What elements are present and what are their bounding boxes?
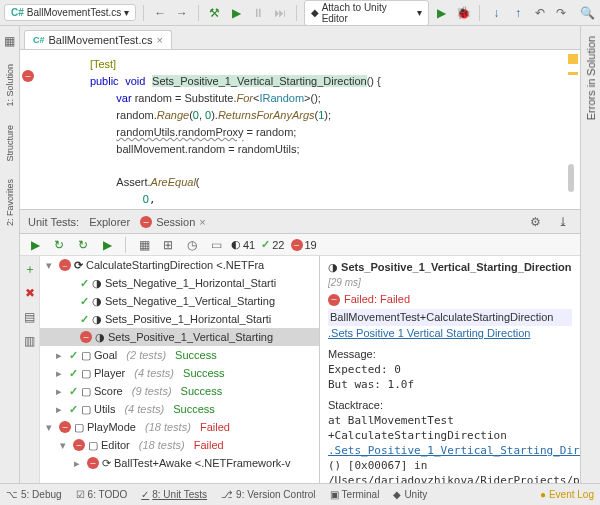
tree-node-test-selected[interactable]: –◑Sets_Positive_1_Vertical_Starting [40, 328, 319, 346]
rerun-failed-icon[interactable]: ↻ [74, 236, 92, 254]
run-config-dropdown[interactable]: ◆ Attach to Unity Editor ▾ [304, 0, 429, 26]
bottom-tool-bar: ⌥ 5: Debug ☑ 6: TODO ✓ 8: Unit Tests ⎇ 9… [0, 483, 600, 505]
right-tool-gutter: Errors in Solution [580, 26, 600, 483]
test-detail-pane: ◑ Sets_Positive_1_Vertical_Starting_Dire… [320, 256, 580, 483]
remove-icon[interactable]: ✖ [21, 284, 39, 302]
tree-node-root[interactable]: ▾– ⟳ CalculateStartingDirection <.NETFra [40, 256, 319, 274]
unit-tests-toolbar: ▶ ↻ ↻ ▶ ▦ ⊞ ◷ ▭ ◐ 41 ✓ 22 – 19 [20, 234, 580, 256]
sidebar-tab-structure[interactable]: Structure [5, 121, 15, 166]
detail-test-name: Sets_Positive_1_Vertical_Starting_Direct… [341, 261, 572, 273]
bug-icon[interactable]: 🐞 [455, 4, 473, 22]
svg-rect-1 [568, 72, 578, 75]
bottom-tab-unittests[interactable]: ✓ 8: Unit Tests [141, 489, 207, 500]
tree-node-group[interactable]: ▸✓▢ Score (9 tests) Success [40, 382, 319, 400]
tab-session[interactable]: – Session × [140, 216, 206, 228]
run-icon[interactable]: ▶ [227, 4, 245, 22]
fail-minus-icon: – [291, 239, 303, 251]
detail-duration: [29 ms] [328, 277, 361, 288]
stacktrace-line: /Users/dariadovzhikova/RiderProjects/pon… [328, 473, 572, 483]
stop-icon[interactable]: ▦ [135, 236, 153, 254]
code-content: [Test] public void Sets_Positive_1_Verti… [20, 50, 580, 210]
bottom-event-log[interactable]: ● Event Log [540, 489, 594, 500]
tree-node-test[interactable]: ✓◑Sets_Negative_1_Horizontal_Starti [40, 274, 319, 292]
vcs-commit-icon[interactable]: ↑ [509, 4, 527, 22]
collapse-icon[interactable]: ▥ [21, 332, 39, 350]
left-tool-gutter: ▦ 1: Solution Structure 2: Favorites [0, 26, 20, 483]
tree-node-group[interactable]: ▸–⟳ BallTest+Awake <.NETFramework-v [40, 454, 319, 472]
tree-node-group[interactable]: ▸✓▢ Player (4 tests) Success [40, 364, 319, 382]
rerun-icon[interactable]: ↻ [50, 236, 68, 254]
error-stripe [568, 54, 578, 204]
export-icon[interactable]: ⤓ [554, 213, 572, 231]
bottom-tab-debug[interactable]: ⌥ 5: Debug [6, 489, 62, 500]
clock-icon[interactable]: ◷ [183, 236, 201, 254]
step-icon[interactable]: ⏭ [271, 4, 289, 22]
tree-node-test[interactable]: ✓◑Sets_Positive_1_Horizontal_Starti [40, 310, 319, 328]
tree-node-group[interactable]: ▾–▢ Editor (18 tests) Failed [40, 436, 319, 454]
forward-icon[interactable]: → [173, 4, 191, 22]
redo-icon[interactable]: ↷ [553, 4, 571, 22]
stacktrace-line: +CalculateStartingDirection [328, 428, 572, 443]
csharp-file-icon: C# [33, 35, 45, 45]
tab-explorer[interactable]: Explorer [89, 216, 130, 228]
unit-tests-panel-header: Unit Tests: Explorer – Session × ⚙ ⤓ [20, 210, 580, 234]
vcs-update-icon[interactable]: ↓ [487, 4, 505, 22]
gear-icon[interactable]: ⚙ [526, 213, 544, 231]
layout-icon[interactable]: ▭ [207, 236, 225, 254]
bottom-tab-vcs[interactable]: ⎇ 9: Version Control [221, 489, 316, 500]
history-icon[interactable]: ↶ [531, 4, 549, 22]
detail-result: Failed: Failed [344, 292, 410, 307]
add-icon[interactable]: ＋ [21, 260, 39, 278]
sidebar-tab-favorites[interactable]: 2: Favorites [5, 175, 15, 230]
editor-tab-label: BallMovementTest.cs [49, 34, 153, 46]
stacktrace-link[interactable]: .Sets_Positive_1_Vertical_Starting_Direc… [328, 443, 572, 458]
sidebar-tab-solution[interactable]: 1: Solution [5, 60, 15, 111]
gutter-fail-icon[interactable]: – [22, 70, 34, 82]
unit-tests-title: Unit Tests: [28, 216, 79, 228]
run-tests-icon[interactable]: ▶ [26, 236, 44, 254]
project-icon[interactable]: ▦ [1, 32, 19, 50]
search-icon[interactable]: 🔍 [578, 4, 596, 22]
bottom-tab-terminal[interactable]: ▣ Terminal [330, 489, 380, 500]
chevron-down-icon: ▾ [124, 7, 129, 18]
top-toolbar: C# BallMovementTest.cs ▾ ← → ⚒ ▶ ⏸ ⏭ ◆ A… [0, 0, 600, 26]
settings-icon[interactable]: ⊞ [159, 236, 177, 254]
tree-node-group[interactable]: ▸✓▢ Goal (2 tests) Success [40, 346, 319, 364]
sidebar-tab-errors[interactable]: Errors in Solution [585, 32, 597, 124]
attach-label: Attach to Unity Editor [322, 2, 414, 24]
svg-rect-2 [568, 164, 574, 192]
pass-check-icon: ✓ [261, 238, 270, 251]
hammer-build-icon[interactable]: ⚒ [206, 4, 224, 22]
fail-icon: – [328, 294, 340, 306]
editor-tab-ballmovementtest[interactable]: C# BallMovementTest.cs × [24, 30, 172, 49]
close-tab-icon[interactable]: × [156, 34, 162, 46]
fail-counter[interactable]: – 19 [291, 239, 317, 251]
total-icon: ◐ [231, 238, 241, 251]
bottom-tab-unity[interactable]: ◆ Unity [393, 489, 427, 500]
breadcrumb-file[interactable]: C# BallMovementTest.cs ▾ [4, 4, 136, 21]
tree-node-test[interactable]: ✓◑Sets_Negative_1_Vertical_Starting [40, 292, 319, 310]
message-header: Message: [328, 347, 572, 362]
pass-counter[interactable]: ✓ 22 [261, 238, 284, 251]
debug-run-icon[interactable]: ▶ [433, 4, 451, 22]
pause-icon[interactable]: ⏸ [249, 4, 267, 22]
detail-fixture: BallMovementTest+CalculateStartingDirect… [328, 309, 572, 326]
tests-side-toolbar: ＋ ✖ ▤ ▥ [20, 256, 40, 483]
stacktrace-line: () [0x00067] in [328, 458, 572, 473]
filter-icon[interactable]: ▤ [21, 308, 39, 326]
chevron-down-icon: ▾ [417, 7, 422, 18]
detail-test-link[interactable]: .Sets Positive 1 Vertical Starting Direc… [328, 326, 572, 341]
close-session-icon[interactable]: × [199, 216, 205, 228]
bottom-tab-todo[interactable]: ☑ 6: TODO [76, 489, 128, 500]
total-counter: ◐ 41 [231, 238, 255, 251]
run-coverage-icon[interactable]: ▶ [98, 236, 116, 254]
unity-icon: ◆ [311, 7, 319, 18]
tree-node-group[interactable]: ▸✓▢ Utils (4 tests) Success [40, 400, 319, 418]
code-editor[interactable]: – [Test] public void Sets_Positive_1_Ver… [20, 50, 580, 210]
tests-tree[interactable]: ▾– ⟳ CalculateStartingDirection <.NETFra… [40, 256, 320, 483]
back-icon[interactable]: ← [151, 4, 169, 22]
tree-node-group[interactable]: ▾–▢ PlayMode (18 tests) Failed [40, 418, 319, 436]
svg-rect-0 [568, 54, 578, 64]
stacktrace-header: Stacktrace: [328, 398, 572, 413]
breadcrumb-file-label: BallMovementTest.cs [27, 7, 121, 18]
